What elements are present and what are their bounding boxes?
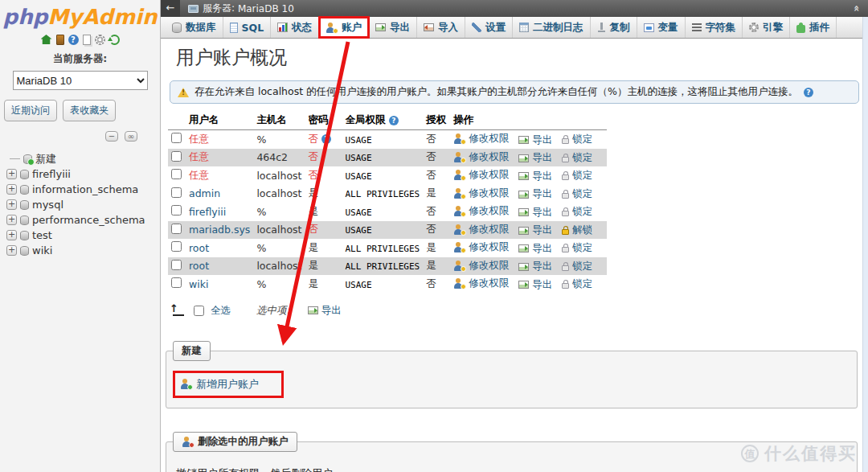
help-icon[interactable] (389, 116, 399, 125)
sidebar-item-mysql[interactable]: +mysql (6, 197, 160, 212)
lock-account-link[interactable]: 解锁 (562, 224, 592, 237)
edit-privileges-link[interactable]: 修改权限 (453, 277, 509, 290)
add-user-account-link[interactable]: 新增用户账户 (180, 377, 259, 392)
row-checkbox[interactable] (171, 169, 182, 179)
expand-icon[interactable]: + (6, 245, 17, 256)
sidebar-item-fireflyiii[interactable]: +fireflyiii (6, 166, 160, 182)
user-accounts-table: 用户名主机名密码全局权限 授权操作 任意%否 USAGE否修改权限导出锁定任意4… (168, 111, 607, 293)
help-icon[interactable] (321, 134, 331, 144)
tab-import[interactable]: 导入 (417, 17, 465, 38)
table-row: 任意%否 USAGE否修改权限导出锁定 (168, 130, 607, 149)
export-user-link[interactable]: 导出 (518, 278, 552, 292)
expand-icon[interactable]: + (6, 215, 17, 225)
logout-icon[interactable] (56, 35, 64, 45)
grant-cell: 否 (424, 203, 452, 221)
edit-privileges-link[interactable]: 修改权限 (453, 187, 509, 200)
row-checkbox[interactable] (171, 187, 182, 198)
export-user-link[interactable]: 导出 (518, 224, 552, 237)
help-icon[interactable] (68, 35, 79, 45)
username-cell[interactable]: fireflyiii (189, 206, 226, 218)
row-checkbox[interactable] (171, 241, 182, 252)
tab-plugins[interactable]: 插件 (790, 17, 837, 38)
lock-account-link[interactable]: 锁定 (562, 205, 592, 219)
table-row: adminlocalhost是ALL PRIVILEGES是修改权限导出锁定 (168, 185, 607, 203)
tab-sql[interactable]: SQL (223, 17, 272, 38)
collapse-console-icon[interactable]: « (850, 5, 862, 11)
lock-account-link[interactable]: 锁定 (562, 277, 592, 291)
export-selected-link[interactable]: 导出 (308, 304, 342, 318)
check-all-checkbox[interactable] (194, 306, 204, 316)
sidebar-item-information_schema[interactable]: +information_schema (6, 182, 160, 197)
export-user-link[interactable]: 导出 (518, 242, 552, 256)
expand-icon[interactable]: + (6, 199, 17, 210)
check-all-link[interactable]: 全选 (211, 304, 231, 318)
row-checkbox[interactable] (171, 151, 182, 162)
link-panel-icon[interactable]: ∞ (125, 131, 137, 142)
tab-accounts[interactable]: 账户 (319, 17, 369, 38)
expand-icon[interactable]: + (6, 230, 17, 240)
edit-privileges-link[interactable]: 修改权限 (453, 150, 509, 164)
row-checkbox[interactable] (171, 133, 182, 143)
edit-privileges-link[interactable]: 修改权限 (453, 259, 509, 273)
edit-privileges-link[interactable]: 修改权限 (453, 223, 509, 236)
favorite-tables-button[interactable]: 表收藏夹 (63, 100, 116, 121)
expand-icon[interactable]: + (6, 184, 17, 195)
export-user-link[interactable]: 导出 (518, 187, 552, 201)
tab-charsets[interactable]: 字符集 (686, 17, 743, 38)
docs-icon[interactable] (83, 35, 91, 45)
username-cell[interactable]: root (189, 242, 209, 254)
edit-privileges-link[interactable]: 修改权限 (453, 204, 509, 218)
lock-account-link[interactable]: 锁定 (562, 187, 592, 201)
settings-icon[interactable] (95, 35, 105, 45)
scrollbar[interactable] (862, 17, 868, 472)
tab-status[interactable]: 状态 (271, 17, 319, 38)
sidebar-item-test[interactable]: +test (6, 228, 160, 243)
back-arrow-button[interactable]: ← (161, 0, 180, 17)
help-icon[interactable] (804, 88, 813, 97)
expand-icon[interactable]: + (6, 169, 17, 179)
lock-account-link[interactable]: 锁定 (562, 151, 592, 165)
username-cell[interactable]: wiki (189, 278, 208, 290)
export-user-link[interactable]: 导出 (518, 170, 552, 183)
sidebar-item-wiki[interactable]: +wiki (6, 243, 160, 258)
username-cell[interactable]: mariadb.sys (189, 224, 250, 236)
sidebar-item-新建[interactable]: 新建 (6, 151, 160, 166)
collapse-all-icon[interactable]: − (105, 131, 118, 142)
lock-account-link[interactable]: 锁定 (562, 241, 592, 255)
row-checkbox[interactable] (171, 205, 182, 215)
tab-export[interactable]: 导出 (369, 17, 417, 38)
edit-privileges-link[interactable]: 修改权限 (453, 168, 509, 182)
tab-binary-log[interactable]: 二进制日志 (513, 17, 591, 38)
password-cell: 否 (307, 149, 344, 167)
reload-icon[interactable] (109, 35, 120, 45)
tab-replication[interactable]: 复制 (591, 17, 637, 38)
export-user-link[interactable]: 导出 (518, 151, 552, 165)
home-icon[interactable] (41, 35, 52, 44)
tab-settings[interactable]: 设置 (465, 17, 513, 38)
recent-tables-button[interactable]: 近期访问 (4, 100, 57, 121)
export-user-link[interactable]: 导出 (518, 260, 552, 273)
row-checkbox[interactable] (171, 224, 182, 234)
server-select[interactable]: MariaDB 10 (13, 71, 148, 90)
tab-databases[interactable]: 数据库 (166, 17, 223, 38)
database-icon (20, 246, 29, 256)
lock-account-link[interactable]: 锁定 (562, 133, 592, 146)
export-user-link[interactable]: 导出 (518, 133, 552, 147)
export-user-link[interactable]: 导出 (518, 206, 552, 220)
password-cell: 否 (307, 130, 344, 149)
watermark-text: 什么值得买 (764, 442, 857, 465)
phpmyadmin-logo[interactable]: phpMyAdmin (0, 0, 160, 29)
password-cell: 否 (307, 221, 344, 240)
edit-privileges-link[interactable]: 修改权限 (453, 132, 509, 146)
lock-account-link[interactable]: 锁定 (562, 260, 592, 273)
lock-account-link[interactable]: 锁定 (562, 169, 592, 183)
sidebar-item-performance_schema[interactable]: +performance_schema (6, 212, 160, 228)
tab-engines[interactable]: 引擎 (743, 17, 790, 38)
edit-privileges-link[interactable]: 修改权限 (453, 240, 509, 254)
row-checkbox[interactable] (171, 277, 182, 288)
username-cell[interactable]: root (189, 260, 209, 272)
row-checkbox[interactable] (171, 260, 182, 270)
privileges-cell: USAGE (346, 171, 372, 182)
tab-variables[interactable]: 变量 (637, 17, 686, 38)
username-cell[interactable]: admin (189, 187, 220, 199)
